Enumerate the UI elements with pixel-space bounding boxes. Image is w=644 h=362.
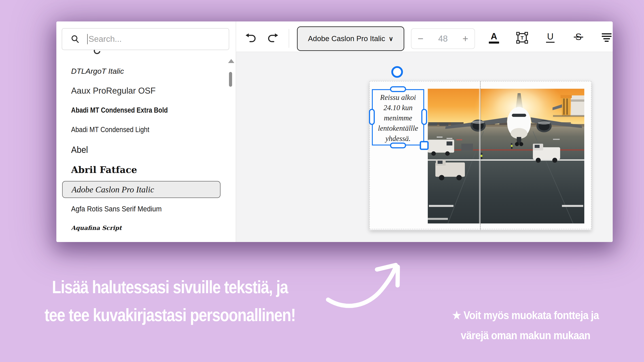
tutorial-note: ★ Voit myös muokata fontteja ja värejä o… (422, 305, 628, 346)
toolbar-divider (289, 29, 289, 48)
font-list-item[interactable]: Abadi MT Condensed Light (56, 123, 231, 136)
tutorial-headline: Lisää halutessasi sivuille tekstiä, ja t… (20, 273, 320, 329)
strikethrough-button[interactable]: S (572, 32, 585, 45)
search-input[interactable]: Search... (62, 28, 229, 50)
font-size-increase-button[interactable]: + (462, 34, 468, 43)
star-icon: ★ (452, 309, 461, 322)
font-family-value: Adobe Caslon Pro Italic (308, 34, 385, 43)
underline-button[interactable]: U (544, 32, 557, 45)
text-line: 24.10 kun (384, 103, 412, 113)
underline-bar (546, 42, 554, 43)
svg-text:T: T (520, 35, 524, 41)
text-line: lentokentällle (378, 123, 418, 133)
font-list-item[interactable]: DTLArgoT Italic (56, 64, 231, 78)
spread-fold-line (480, 81, 480, 230)
undo-icon (245, 32, 256, 44)
text-frame-icon: T (516, 31, 528, 44)
note-line-2: värejä oman makun mukaan (422, 325, 628, 346)
airport-photo[interactable] (428, 89, 584, 223)
clipped-descender (94, 50, 101, 56)
text-caret (87, 34, 88, 44)
headline-line-2: tee tee kuvakirjastasi persoonallinen! (20, 301, 320, 329)
clipped-font-item[interactable] (56, 48, 231, 57)
font-size-value[interactable]: 48 (438, 34, 448, 43)
chevron-down-icon: ∨ (389, 35, 393, 42)
undo-button[interactable] (245, 32, 256, 44)
scrollbar-thumb[interactable] (229, 72, 232, 87)
font-list-item[interactable]: Abadi MT Condensed Extra Bold (56, 103, 231, 117)
resize-handle-corner[interactable] (420, 141, 429, 150)
resize-handle-left[interactable] (369, 109, 375, 125)
text-frame-button[interactable]: T (516, 31, 528, 45)
text-line: yhdessä. (386, 133, 411, 144)
rotate-handle[interactable] (391, 66, 403, 78)
text-align-button[interactable] (600, 33, 613, 46)
editor-window: Search... DTLArgoT Italic Aaux ProRegula… (56, 21, 613, 242)
redo-button[interactable] (268, 32, 279, 44)
font-panel: Search... DTLArgoT Italic Aaux ProRegula… (56, 21, 236, 242)
text-line: Reissu alkoi (380, 92, 416, 103)
resize-handle-bottom[interactable] (390, 143, 406, 148)
font-list-item[interactable]: Abril Fatface (56, 163, 231, 177)
resize-handle-top[interactable] (390, 86, 406, 92)
font-list-item[interactable]: Abel (56, 143, 231, 156)
font-size-control: − 48 + (411, 28, 475, 49)
curved-arrow (318, 248, 412, 311)
font-list-item[interactable]: Aaux ProRegular OSF (56, 84, 231, 97)
text-color-button[interactable]: A (488, 32, 500, 45)
text-line: menimme (384, 113, 412, 123)
font-family-dropdown[interactable]: Adobe Caslon Pro Italic ∨ (297, 26, 404, 51)
font-size-decrease-button[interactable]: − (418, 34, 424, 43)
color-swatch-bar (489, 41, 499, 43)
font-list-item[interactable]: Agfa Rotis Sans Serif Medium (56, 202, 231, 216)
search-placeholder: Search... (88, 34, 122, 44)
headline-line-1: Lisää halutessasi sivuille tekstiä, ja (20, 273, 320, 301)
font-list-item[interactable]: Aquafina Script (56, 221, 231, 235)
search-icon (70, 34, 80, 44)
font-list-item-selected[interactable]: Adobe Caslon Pro Italic (62, 181, 220, 198)
redo-icon (268, 32, 279, 44)
resize-handle-right[interactable] (421, 109, 427, 125)
scrollbar-up-arrow[interactable] (228, 59, 234, 63)
note-line-1: Voit myös muokata fontteja ja (464, 309, 599, 322)
selected-text-box[interactable]: Reissu alkoi 24.10 kun menimme lentokent… (372, 89, 424, 145)
